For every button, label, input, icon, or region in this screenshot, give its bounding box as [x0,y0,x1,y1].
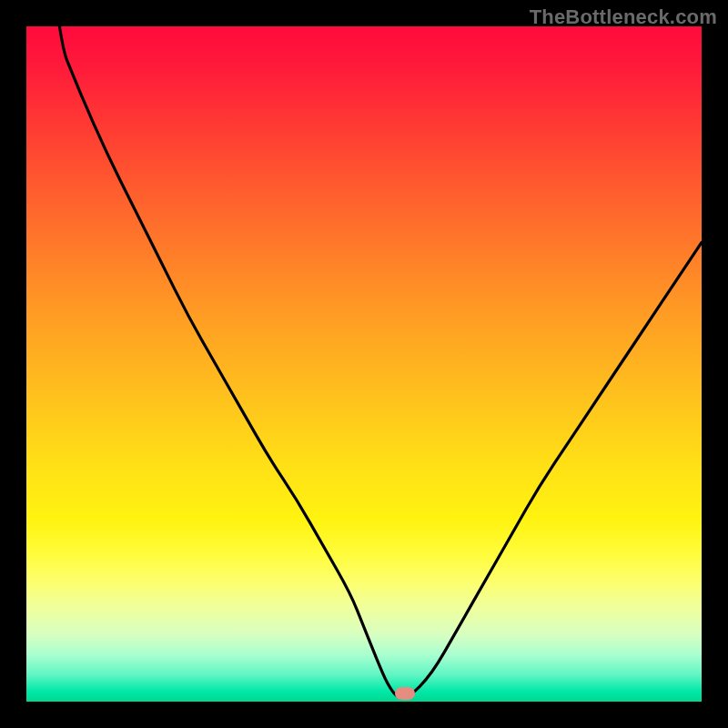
optimal-point-marker [395,687,415,700]
curve-svg [26,26,702,702]
chart-frame: TheBottleneck.com [0,0,728,728]
bottleneck-curve [26,26,702,698]
plot-area [26,26,702,702]
